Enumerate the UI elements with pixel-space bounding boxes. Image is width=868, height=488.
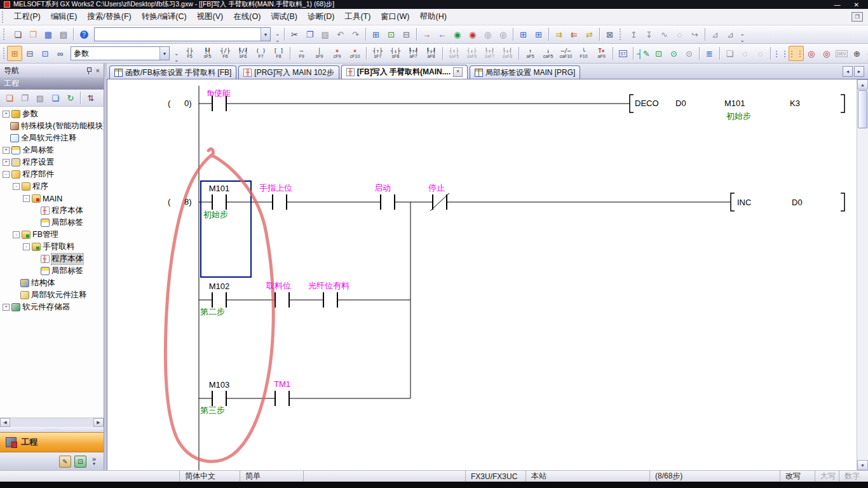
watch-register-1-button[interactable]: ◎ bbox=[804, 46, 819, 61]
copy-data-button[interactable]: ❐ bbox=[17, 90, 32, 105]
sort-display-setting-button[interactable]: ⇅ bbox=[83, 90, 98, 105]
tree-item[interactable]: 局部软元件注释 bbox=[0, 289, 104, 301]
search-next-button[interactable]: ◌ bbox=[753, 46, 768, 61]
ladder-vscrollbar[interactable]: ▲ ▼ bbox=[857, 79, 868, 470]
statement-batch-edit-button[interactable]: ≣ bbox=[702, 46, 717, 61]
menu-item[interactable]: 工具(T) bbox=[339, 10, 376, 24]
open-project-button[interactable]: ❐ bbox=[25, 27, 41, 42]
navigation-more-icon[interactable]: »▾ bbox=[90, 456, 98, 467]
delete-horizontal-line-button[interactable]: ×cF9 bbox=[329, 44, 346, 62]
monitor-write-button[interactable]: ◎ bbox=[496, 27, 511, 42]
tree-item[interactable]: +参数 bbox=[0, 108, 104, 120]
new-data-button[interactable]: ❏ bbox=[2, 90, 17, 105]
ladder-display-mode-button[interactable]: ⋮⋮ bbox=[773, 46, 789, 61]
tree-expand-icon[interactable]: - bbox=[23, 195, 30, 202]
sampling-trace-down-button[interactable]: ↧ bbox=[642, 27, 657, 42]
delete-vertical-line-button[interactable]: ×cF10 bbox=[346, 44, 364, 62]
device-display-format-button[interactable]: DEV bbox=[834, 46, 850, 61]
tree-item[interactable]: -程序部件 bbox=[0, 168, 104, 180]
tree-item[interactable]: -手臂取料 bbox=[0, 241, 104, 253]
menu-item[interactable]: 调试(B) bbox=[266, 10, 302, 24]
ladder-monitor-mode-button[interactable]: ⋮⋮ bbox=[789, 46, 804, 61]
edit-note-button[interactable]: ⊙ bbox=[682, 46, 697, 61]
search-device-combobox[interactable]: 参数 ▼ bbox=[71, 46, 170, 60]
document-tab[interactable]: [PRG]写入 MAIN 102步 bbox=[238, 65, 339, 79]
menu-item[interactable]: 窗口(W) bbox=[376, 10, 414, 24]
graph-tool-2-button[interactable]: ⊿ bbox=[723, 27, 738, 42]
invert-operation-results-button[interactable]: ↑aF5 bbox=[522, 44, 539, 62]
menu-item[interactable]: 帮助(H) bbox=[414, 10, 451, 24]
zoom-button[interactable]: ⊕ bbox=[850, 46, 865, 61]
user-library-icon[interactable]: ✎ bbox=[59, 456, 71, 468]
application-instruction-button[interactable]: [ ]F8 bbox=[270, 44, 288, 62]
rising-pulse-negate-button[interactable]: ┤↟├saF5 bbox=[445, 44, 463, 62]
tree-expand-icon[interactable]: + bbox=[3, 147, 10, 154]
refresh-view-button[interactable]: ↻ bbox=[63, 90, 78, 105]
monitor-stop-button[interactable]: ◉ bbox=[465, 27, 480, 42]
operation-result-falling-button[interactable]: ↓caF5 bbox=[539, 44, 557, 62]
tree-expand-icon[interactable]: + bbox=[3, 159, 10, 166]
close-button[interactable]: ✕ bbox=[849, 1, 864, 8]
tree-item[interactable]: +软元件存储器 bbox=[0, 301, 104, 313]
tree-item[interactable]: -程序 bbox=[0, 180, 104, 193]
redo-button[interactable]: ↷ bbox=[348, 27, 363, 42]
delete-line-button[interactable]: T×aF9 bbox=[593, 44, 611, 62]
scroll-up-icon[interactable]: ▲ bbox=[857, 79, 868, 90]
sampling-trace-up-button[interactable]: ↥ bbox=[627, 27, 642, 42]
tree-expand-icon[interactable]: + bbox=[3, 111, 10, 118]
open-contact-button[interactable]: ┤├F5 bbox=[181, 44, 199, 62]
parallel-rising-pulse-button[interactable]: ┞↑┦aF7 bbox=[405, 44, 423, 62]
tree-expand-icon[interactable]: - bbox=[13, 183, 20, 190]
pin-icon[interactable] bbox=[86, 67, 92, 74]
combo-dropdown-icon-2[interactable]: ▼ bbox=[159, 47, 169, 60]
help-button[interactable]: ? bbox=[76, 27, 92, 42]
document-tab[interactable]: [FB]写入 手臂取料(MAIN....× bbox=[341, 65, 468, 79]
mdi-restore-button[interactable]: ❐ bbox=[851, 12, 863, 22]
toolbar2-overflow-icon[interactable]: ⌄⌄ bbox=[172, 50, 181, 63]
rising-pulse-contact-button[interactable]: ┤↑├sF7 bbox=[369, 44, 387, 62]
device-comment-window-button[interactable]: ⊡ bbox=[37, 46, 53, 61]
tab-scroll-right-icon[interactable]: ▸ bbox=[854, 66, 864, 77]
tree-item[interactable]: 局部标签 bbox=[0, 265, 104, 277]
write-verify-button[interactable]: ⇇ bbox=[567, 27, 582, 42]
navigation-close-icon[interactable]: × bbox=[96, 67, 100, 74]
parallel-falling-pulse-button[interactable]: ┞↓┦aF8 bbox=[423, 44, 440, 62]
toolbar-overflow-icon-2[interactable]: ⌄⌄ bbox=[738, 30, 747, 43]
device-comment-display-button[interactable]: ⊞ bbox=[369, 27, 384, 42]
parallel-rising-negate-button[interactable]: ┞↟┦saF7 bbox=[481, 44, 499, 62]
tree-item[interactable]: 局部标签 bbox=[0, 217, 104, 229]
tree-expand-icon[interactable]: - bbox=[13, 231, 20, 238]
parallel-closed-contact-button[interactable]: ┞/┦sF6 bbox=[234, 44, 252, 62]
device-batch-monitor-1-button[interactable]: ⊞ bbox=[516, 27, 531, 42]
parallel-open-contact-button[interactable]: ┞┦sF5 bbox=[199, 44, 217, 62]
menu-item[interactable]: 编辑(E) bbox=[46, 10, 83, 24]
search-previous-button[interactable]: ◌ bbox=[738, 46, 753, 61]
falling-pulse-contact-button[interactable]: ┤↓├sF8 bbox=[387, 44, 405, 62]
device-batch-monitor-2-button[interactable]: ⊞ bbox=[531, 27, 546, 42]
sampling-trace-pulse-button[interactable]: ∿ bbox=[657, 27, 672, 42]
graph-tool-1-button[interactable]: ⊿ bbox=[708, 27, 723, 42]
tree-expand-icon[interactable]: + bbox=[3, 304, 10, 311]
invert-line-button[interactable]: ─/─caF10 bbox=[557, 44, 575, 62]
scroll-track[interactable] bbox=[857, 129, 868, 460]
read-from-plc-button[interactable]: ← bbox=[435, 27, 450, 42]
hscroll-left-icon[interactable]: ◀ bbox=[0, 418, 10, 427]
write-to-plc-button[interactable]: → bbox=[419, 27, 435, 42]
print-button[interactable]: ▤ bbox=[56, 27, 71, 42]
edit-device-comment-button[interactable]: ⊡ bbox=[651, 46, 667, 61]
tab-scroll-left-icon[interactable]: ◂ bbox=[843, 66, 853, 77]
trace-search-button[interactable]: ◌ bbox=[672, 27, 688, 42]
navigation-hscrollbar[interactable]: ◀ ▶ bbox=[0, 417, 104, 427]
verify-with-plc-button[interactable]: ⇉ bbox=[552, 27, 567, 42]
horizontal-line-button[interactable]: ─F9 bbox=[293, 44, 311, 62]
toolbar2-overflow-icon-2[interactable]: ⌄⌄ bbox=[865, 50, 868, 63]
document-tab[interactable]: 局部标签设置 MAIN [PRG] bbox=[470, 65, 580, 79]
device-monitor-button[interactable]: ⊡ bbox=[384, 27, 399, 42]
menu-item[interactable]: 在线(O) bbox=[228, 10, 266, 24]
scroll-thumb[interactable] bbox=[858, 90, 867, 128]
cut-button[interactable]: ✂ bbox=[287, 27, 302, 42]
tree-item[interactable]: 特殊模块(智能功能模块) bbox=[0, 120, 104, 132]
device-test-button[interactable]: ⊟ bbox=[399, 27, 414, 42]
navigation-splitter[interactable]: ········· bbox=[0, 427, 104, 432]
ladder-canvas[interactable]: ( 0) fb使能 DECO D0 M101 K3 初始步 ( 8) M101 … bbox=[107, 79, 857, 470]
